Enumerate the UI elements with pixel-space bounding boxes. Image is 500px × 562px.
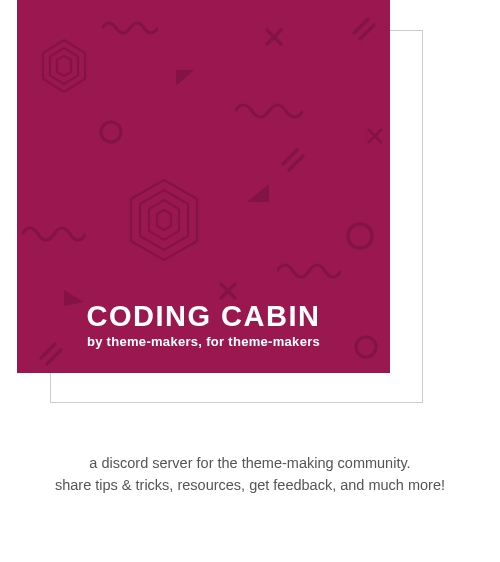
svg-marker-6 bbox=[131, 180, 197, 260]
squiggle-icon bbox=[102, 20, 158, 36]
circle-icon bbox=[344, 220, 376, 252]
svg-marker-8 bbox=[149, 200, 179, 240]
squiggle-icon bbox=[277, 262, 341, 280]
svg-marker-9 bbox=[157, 210, 171, 230]
hexagon-icon bbox=[39, 38, 89, 94]
title-block: CODING CABIN by theme-makers, for theme-… bbox=[17, 302, 390, 349]
triangle-icon bbox=[172, 68, 196, 88]
svg-marker-7 bbox=[140, 190, 188, 250]
squiggle-icon bbox=[235, 102, 303, 120]
description-text: a discord server for the theme-making co… bbox=[0, 452, 500, 497]
parallel-lines-icon bbox=[350, 15, 376, 41]
svg-point-10 bbox=[348, 224, 372, 248]
svg-marker-0 bbox=[43, 40, 85, 92]
svg-marker-5 bbox=[247, 184, 269, 202]
hexagon-icon bbox=[127, 178, 201, 262]
description-line-2: share tips & tricks, resources, get feed… bbox=[10, 474, 490, 496]
circle-icon bbox=[97, 118, 125, 146]
svg-marker-3 bbox=[176, 70, 194, 86]
card-title: CODING CABIN bbox=[17, 302, 390, 331]
parallel-lines-icon bbox=[279, 146, 307, 174]
squiggle-icon bbox=[22, 225, 86, 243]
svg-marker-1 bbox=[50, 48, 78, 84]
svg-marker-2 bbox=[57, 56, 71, 76]
hero-card: CODING CABIN by theme-makers, for theme-… bbox=[17, 0, 390, 373]
x-icon bbox=[265, 28, 283, 46]
x-icon bbox=[367, 128, 383, 144]
card-subtitle: by theme-makers, for theme-makers bbox=[17, 334, 390, 349]
description-line-1: a discord server for the theme-making co… bbox=[10, 452, 490, 474]
x-icon bbox=[219, 282, 237, 300]
triangle-icon bbox=[245, 182, 271, 204]
svg-point-4 bbox=[101, 122, 121, 142]
